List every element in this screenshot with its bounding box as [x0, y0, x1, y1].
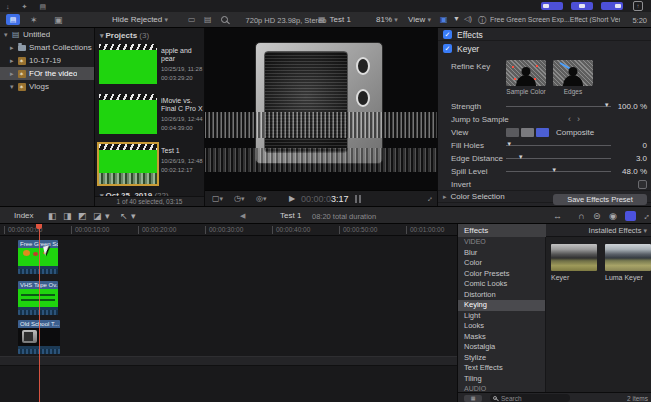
transform-menu-icon[interactable]: ▢▾ [212, 194, 223, 203]
play-button[interactable]: ▶ [289, 194, 295, 203]
project-apple-and-pear[interactable]: apple and pear10/25/19, 11:28 AM00:03:29… [99, 44, 203, 88]
retime-menu-icon[interactable]: ◷▾ [234, 194, 245, 203]
effects-browser-icon[interactable] [625, 211, 636, 221]
effects-checkbox[interactable]: ✓ [443, 30, 452, 39]
timeline-pane-toggle[interactable] [571, 2, 593, 10]
effect-luma-keyer[interactable]: Luma Keyer [605, 244, 651, 281]
slider-track[interactable]: ▼ [506, 158, 611, 159]
category-distortion[interactable]: Distortion [458, 290, 545, 301]
view-original-button[interactable] [521, 128, 534, 137]
param-value[interactable]: 3.0 [605, 154, 647, 163]
titles-generators-icon[interactable]: ▣ [54, 14, 63, 26]
insert-edit-icon[interactable]: ◨ [63, 211, 72, 221]
category-color-presets[interactable]: Color Presets [458, 269, 545, 280]
category-nostalgia[interactable]: Nostalgia [458, 342, 545, 353]
headphones-icon[interactable]: ∩ [578, 211, 584, 221]
slider-thumb[interactable]: ▼ [551, 167, 557, 173]
disclosure-triangle-icon[interactable]: ▾ [100, 32, 104, 39]
photos-browser-icon[interactable]: ◉ [609, 211, 617, 221]
import-media-icon[interactable]: ↓ [6, 3, 10, 10]
view-composite-button[interactable] [536, 128, 549, 137]
slider-thumb[interactable]: ▼ [506, 141, 512, 147]
search-icon[interactable] [221, 16, 228, 23]
sample-color-button[interactable] [506, 60, 546, 86]
category-masks[interactable]: Masks [458, 332, 545, 343]
slider-track[interactable]: ▼ [506, 171, 611, 172]
speaker-icon[interactable]: ◁) [464, 15, 472, 23]
playhead[interactable] [39, 224, 40, 402]
arrow-tool-icon[interactable]: ↖ [120, 211, 128, 221]
monitor-icon[interactable]: ▣ [440, 15, 448, 24]
save-effects-preset-button[interactable]: Save Effects Preset [553, 194, 647, 205]
browser-pane-toggle[interactable] [541, 2, 563, 10]
keyer-checkbox[interactable]: ✓ [443, 44, 452, 53]
category-keying[interactable]: Keying [458, 300, 545, 311]
slider-track[interactable]: ▼ [506, 106, 611, 107]
sidebar-item-10-17-19[interactable]: ▸10-17-19 [0, 54, 94, 67]
category-text-effects[interactable]: Text Effects [458, 363, 545, 374]
view-matte-button[interactable] [506, 128, 519, 137]
slider-track[interactable]: ▼ [506, 145, 611, 146]
previous-sample-button[interactable]: ‹ [568, 114, 571, 124]
edges-button[interactable] [553, 60, 593, 86]
sidebar-item-untitled[interactable]: ▾Untitled [0, 28, 94, 41]
background-tasks-icon[interactable]: ▤ [39, 3, 46, 10]
sidebar-item-smart-collections[interactable]: ▸Smart Collections [0, 41, 94, 54]
disclosure-triangle-icon[interactable]: ▸ [10, 54, 18, 67]
transitions-browser-icon[interactable]: ↔ [639, 209, 651, 222]
photos-audio-icon[interactable]: ✶ [30, 14, 38, 26]
invert-checkbox[interactable] [638, 180, 647, 189]
info-icon[interactable]: ⓘ [478, 15, 486, 26]
disclosure-triangle-icon[interactable]: ▾ [4, 28, 12, 41]
fullscreen-icon[interactable]: ↔ [423, 192, 435, 204]
effects-search-field[interactable]: Search [490, 394, 570, 402]
effect-keyer[interactable]: Keyer [551, 244, 597, 281]
category-stylize[interactable]: Stylize [458, 353, 545, 364]
timeline-project-name[interactable]: Test 1 [280, 211, 301, 220]
view-menu[interactable]: View ▾ [408, 15, 431, 24]
category-comic-looks[interactable]: Comic Looks [458, 279, 545, 290]
timeline-clip-free-green-sc[interactable]: Free Green Sc... [18, 240, 58, 274]
category-light[interactable]: Light [458, 311, 545, 322]
timeline-back-button[interactable]: ◀ [240, 212, 245, 220]
project-test-1[interactable]: Test 110/26/19, 12:48 PM00:02:12:17 [99, 144, 203, 188]
audio-meters-icon[interactable] [355, 195, 361, 203]
connect-edit-icon[interactable]: ◧ [48, 211, 57, 221]
category-tiling[interactable]: Tiling [458, 374, 545, 385]
disclosure-triangle-icon[interactable]: ▸ [10, 41, 18, 54]
playhead-handle[interactable] [36, 224, 42, 229]
slider-thumb[interactable]: ▼ [518, 154, 524, 160]
media-browser-icon[interactable]: ⊜ [593, 211, 601, 221]
sidebar-item-for-the-video[interactable]: ▸FOr the video [0, 67, 94, 80]
keyword-editor-icon[interactable]: ✦ [22, 3, 28, 10]
index-button[interactable]: Index [14, 211, 34, 220]
category-looks[interactable]: Looks [458, 321, 545, 332]
effects-menu-icon[interactable]: ◎▾ [256, 194, 267, 203]
trim-icon[interactable]: ↔ [553, 211, 562, 221]
append-edit-icon[interactable]: ◩ [78, 211, 87, 221]
flag-icon[interactable]: ▼ [453, 15, 460, 22]
inspector-pane-toggle[interactable] [601, 2, 623, 10]
list-view-icon[interactable]: ▤ [204, 14, 212, 26]
share-icon[interactable]: ↑ [633, 1, 643, 11]
grid-view-icon[interactable]: ▦ [464, 395, 482, 402]
next-sample-button[interactable]: › [577, 114, 580, 124]
disclosure-triangle-icon[interactable]: ▸ [10, 67, 18, 80]
timeline-ruler[interactable]: 00:00:00:0000:00:10:0000:00:20:0000:00:3… [0, 224, 457, 236]
disclosure-triangle-icon[interactable]: ▾ [10, 80, 18, 93]
param-value[interactable]: 100.0 % [605, 102, 647, 111]
filmstrip-view-icon[interactable]: ▭ [188, 14, 196, 26]
overwrite-edit-icon[interactable]: ◪ [93, 211, 102, 221]
sidebar-item-vlogs[interactable]: ▾Vlogs [0, 80, 94, 93]
category-blur[interactable]: Blur [458, 248, 545, 259]
timeline-clip-vhs-tape-ov[interactable]: VHS Tape Ov... [18, 281, 58, 315]
param-value[interactable]: 48.0 % [605, 167, 647, 176]
projects-group-header[interactable]: ▾Projects (3) [100, 31, 149, 40]
param-value[interactable]: 0 [605, 141, 647, 150]
category-color[interactable]: Color [458, 258, 545, 269]
hide-rejected-filter[interactable]: Hide Rejected ▾ [112, 15, 168, 24]
libraries-sidebar-icon[interactable]: ▤ [6, 14, 20, 25]
project-imovie-vs-final-c-pro-x[interactable]: iMovie vs. Final C Pro X10/26/19, 12:44 … [99, 94, 203, 138]
installed-effects-filter[interactable]: Installed Effects ▾ [589, 224, 647, 237]
zoom-level-menu[interactable]: 81% ▾ [376, 15, 398, 24]
